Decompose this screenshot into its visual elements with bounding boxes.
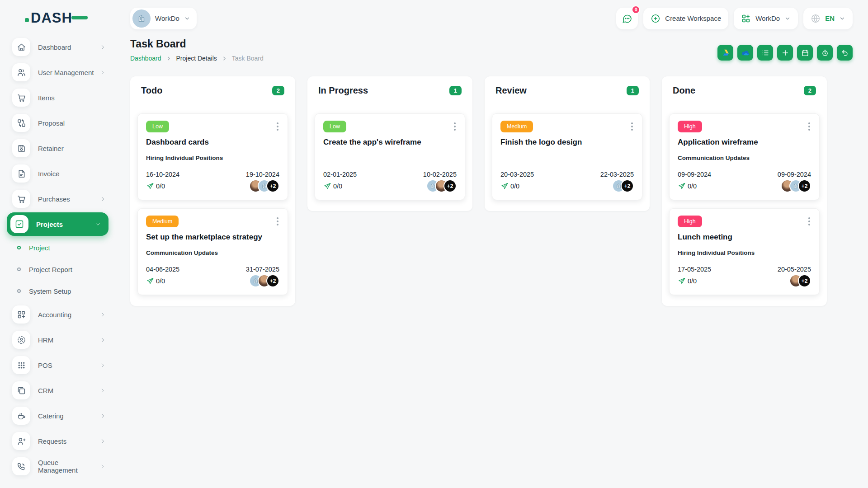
column-count-badge: 2 <box>804 86 816 95</box>
task-card[interactable]: Medium Set up the marketplace strategy C… <box>137 208 288 295</box>
undo-icon <box>841 49 849 57</box>
task-end-date: 31-07-2025 <box>246 266 279 273</box>
task-card[interactable]: Low Create the app's wireframe 02-01-202… <box>315 113 465 200</box>
extra-members-badge: +2 <box>266 179 279 192</box>
column-count-badge: 1 <box>627 86 639 95</box>
board-column-done: Done 2 High Application wireframe Commun… <box>662 76 827 306</box>
sidebar-item-label: User Management <box>38 69 99 76</box>
sidebar-item-catering[interactable]: Catering <box>0 403 116 428</box>
chevron-right-icon <box>99 438 106 445</box>
sidebar-item-hrm[interactable]: HRM <box>0 327 116 352</box>
task-start-date: 09-09-2024 <box>678 171 711 178</box>
priority-badge: Medium <box>146 216 179 227</box>
column-title: Done <box>673 85 695 96</box>
sidebar-subitem-project[interactable]: Project <box>0 237 116 258</box>
sidebar-item-dashboard[interactable]: Dashboard <box>0 34 116 60</box>
app-switcher[interactable]: WorkDo <box>734 8 798 29</box>
breadcrumb-separator-icon <box>222 56 227 61</box>
task-end-date: 10-02-2025 <box>423 171 457 178</box>
column-count-badge: 1 <box>449 86 462 95</box>
task-card[interactable]: High Lunch meeting Hiring Individual Pos… <box>669 208 820 295</box>
chevron-right-icon <box>99 337 106 343</box>
kebab-menu-icon[interactable] <box>453 121 457 132</box>
sidebar-item-label: Dashboard <box>38 43 99 51</box>
kebab-menu-icon[interactable] <box>276 216 279 227</box>
list-icon <box>761 49 769 57</box>
frames-icon <box>12 381 30 399</box>
back-button[interactable] <box>837 45 853 61</box>
task-progress: 0/0 <box>500 182 519 190</box>
task-card[interactable]: Low Dashboard cards Hiring Individual Po… <box>137 113 288 200</box>
kebab-menu-icon[interactable] <box>276 121 279 132</box>
sidebar-subitem-system-setup[interactable]: System Setup <box>0 280 116 302</box>
task-title: Finish the logo design <box>500 138 634 147</box>
app-logo[interactable]: DASH <box>0 0 116 33</box>
column-cards: High Application wireframe Communication… <box>662 105 827 306</box>
google-drive-button[interactable] <box>717 45 733 61</box>
assignee-avatars: +2 <box>249 179 279 192</box>
person-target-icon <box>12 331 30 349</box>
task-title: Dashboard cards <box>146 138 279 147</box>
extra-members-badge: +2 <box>798 274 811 287</box>
apps-grid-icon <box>741 14 751 23</box>
sidebar-item-label: Requests <box>38 437 99 445</box>
task-milestone: Hiring Individual Positions <box>678 249 811 257</box>
main-area: WorkDo 0 Create Workspace <box>116 0 868 488</box>
add-task-button[interactable] <box>777 45 793 61</box>
chevron-right-icon <box>99 413 106 419</box>
sidebar-item-queue-management[interactable]: Queue Management <box>0 454 116 479</box>
sidebar-item-accounting[interactable]: Accounting <box>0 302 116 327</box>
task-card[interactable]: High Application wireframe Communication… <box>669 113 820 200</box>
onedrive-button[interactable] <box>737 45 753 61</box>
sidebar-item-invoice[interactable]: Invoice <box>0 161 116 186</box>
column-cards: Low Dashboard cards Hiring Individual Po… <box>130 105 295 306</box>
sidebar-item-user-management[interactable]: User Management <box>0 60 116 85</box>
task-end-date: 19-10-2024 <box>246 171 279 178</box>
check-square-icon <box>10 215 28 233</box>
list-button[interactable] <box>757 45 773 61</box>
assignee-avatars: +2 <box>426 179 457 192</box>
task-progress: 0/0 <box>323 182 342 190</box>
breadcrumb-item[interactable]: Project Details <box>176 55 217 62</box>
task-card[interactable]: Medium Finish the logo design 20-03-2025… <box>492 113 642 200</box>
board-column-in-progress: In Progress 1 Low Create the app's wiref… <box>307 76 472 211</box>
breadcrumb-item[interactable]: Dashboard <box>130 55 161 62</box>
task-milestone: Hiring Individual Positions <box>146 155 279 162</box>
sidebar-item-projects[interactable]: Projects <box>7 212 108 236</box>
extra-members-badge: +2 <box>798 179 811 192</box>
swap-boxes-icon <box>12 114 30 132</box>
sidebar-item-retainer[interactable]: Retainer <box>0 136 116 161</box>
task-progress: 0/0 <box>146 182 165 190</box>
sidebar-subitem-project-report[interactable]: Project Report <box>0 258 116 280</box>
workspace-switcher[interactable]: WorkDo <box>130 8 197 29</box>
extra-members-badge: +2 <box>443 179 457 192</box>
sidebar-item-items[interactable]: Items <box>0 85 116 110</box>
sidebar-item-crm[interactable]: CRM <box>0 378 116 403</box>
sidebar-item-requests[interactable]: Requests <box>0 428 116 454</box>
home-icon <box>12 38 30 56</box>
calendar-button[interactable] <box>797 45 813 61</box>
chevron-right-icon <box>99 387 106 394</box>
create-workspace-button[interactable]: Create Workspace <box>643 8 728 29</box>
kebab-menu-icon[interactable] <box>807 121 811 132</box>
sidebar-item-pos[interactable]: POS <box>0 352 116 378</box>
messages-button[interactable]: 0 <box>616 8 638 29</box>
sidebar-item-purchases[interactable]: Purchases <box>0 186 116 211</box>
assignee-avatars: +2 <box>781 179 811 192</box>
task-title: Create the app's wireframe <box>323 138 457 147</box>
chevron-right-icon <box>99 362 106 369</box>
task-start-date: 17-05-2025 <box>678 266 711 273</box>
sidebar-item-label: CRM <box>38 387 99 394</box>
sidebar-item-proposal[interactable]: Proposal <box>0 110 116 136</box>
paper-plane-icon <box>323 182 331 190</box>
page-title: Task Board <box>130 38 264 50</box>
assignee-avatars: +2 <box>249 274 279 287</box>
timer-button[interactable] <box>817 45 833 61</box>
priority-badge: High <box>678 216 702 227</box>
kebab-menu-icon[interactable] <box>630 121 634 132</box>
grid-dots-icon <box>12 356 30 374</box>
priority-badge: Low <box>146 121 169 132</box>
language-selector[interactable]: EN <box>803 8 853 29</box>
kebab-menu-icon[interactable] <box>807 216 811 227</box>
chevron-down-icon <box>184 15 190 22</box>
